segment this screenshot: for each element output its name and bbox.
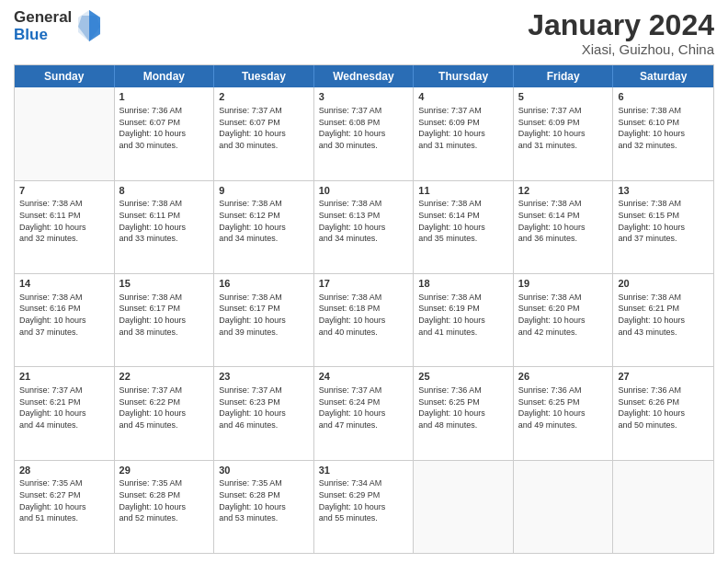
- day-info: Sunrise: 7:37 AM Sunset: 6:23 PM Dayligh…: [219, 385, 309, 431]
- day-info: Sunrise: 7:36 AM Sunset: 6:07 PM Dayligh…: [119, 105, 210, 151]
- day-number: 23: [219, 370, 309, 384]
- day-number: 13: [618, 184, 709, 198]
- calendar-cell-w4-d3: 23Sunrise: 7:37 AM Sunset: 6:23 PM Dayli…: [214, 367, 314, 459]
- day-info: Sunrise: 7:37 AM Sunset: 6:09 PM Dayligh…: [518, 105, 609, 151]
- title-block: January 2024 Xiasi, Guizhou, China: [528, 9, 714, 57]
- calendar-cell-w3-d2: 15Sunrise: 7:38 AM Sunset: 6:17 PM Dayli…: [115, 274, 215, 366]
- calendar-cell-w3-d5: 18Sunrise: 7:38 AM Sunset: 6:19 PM Dayli…: [414, 274, 514, 366]
- day-number: 1: [119, 90, 210, 104]
- calendar-cell-w4-d2: 22Sunrise: 7:37 AM Sunset: 6:22 PM Dayli…: [115, 367, 215, 459]
- calendar-cell-w4-d6: 26Sunrise: 7:36 AM Sunset: 6:25 PM Dayli…: [514, 367, 614, 459]
- calendar-week-1: 1Sunrise: 7:36 AM Sunset: 6:07 PM Daylig…: [15, 87, 713, 180]
- day-number: 16: [219, 277, 309, 291]
- day-info: Sunrise: 7:38 AM Sunset: 6:11 PM Dayligh…: [119, 198, 210, 244]
- day-number: 5: [518, 90, 609, 104]
- calendar-cell-w1-d7: 6Sunrise: 7:38 AM Sunset: 6:10 PM Daylig…: [613, 87, 713, 179]
- calendar-header-row: Sunday Monday Tuesday Wednesday Thursday…: [15, 65, 713, 87]
- day-number: 20: [618, 277, 709, 291]
- day-info: Sunrise: 7:37 AM Sunset: 6:07 PM Dayligh…: [219, 105, 309, 151]
- col-saturday: Saturday: [613, 65, 713, 87]
- calendar-cell-w1-d3: 2Sunrise: 7:37 AM Sunset: 6:07 PM Daylig…: [214, 87, 314, 179]
- calendar-cell-w2-d3: 9Sunrise: 7:38 AM Sunset: 6:12 PM Daylig…: [214, 181, 314, 273]
- calendar-cell-w2-d7: 13Sunrise: 7:38 AM Sunset: 6:15 PM Dayli…: [613, 181, 713, 273]
- calendar-cell-w4-d5: 25Sunrise: 7:36 AM Sunset: 6:25 PM Dayli…: [414, 367, 514, 459]
- day-info: Sunrise: 7:38 AM Sunset: 6:16 PM Dayligh…: [19, 292, 109, 338]
- day-info: Sunrise: 7:38 AM Sunset: 6:14 PM Dayligh…: [518, 198, 609, 244]
- day-number: 29: [119, 464, 210, 477]
- day-info: Sunrise: 7:38 AM Sunset: 6:20 PM Dayligh…: [518, 292, 609, 338]
- day-number: 22: [119, 370, 210, 384]
- calendar-week-2: 7Sunrise: 7:38 AM Sunset: 6:11 PM Daylig…: [15, 181, 713, 274]
- col-sunday: Sunday: [15, 65, 115, 87]
- day-info: Sunrise: 7:36 AM Sunset: 6:26 PM Dayligh…: [618, 385, 709, 431]
- day-number: 7: [19, 184, 109, 198]
- day-info: Sunrise: 7:35 AM Sunset: 6:28 PM Dayligh…: [219, 477, 309, 523]
- calendar-cell-w2-d2: 8Sunrise: 7:38 AM Sunset: 6:11 PM Daylig…: [115, 181, 215, 273]
- day-number: 21: [19, 370, 109, 384]
- col-tuesday: Tuesday: [214, 65, 314, 87]
- calendar-cell-w4-d4: 24Sunrise: 7:37 AM Sunset: 6:24 PM Dayli…: [314, 367, 415, 459]
- day-info: Sunrise: 7:37 AM Sunset: 6:22 PM Dayligh…: [119, 385, 210, 431]
- day-info: Sunrise: 7:38 AM Sunset: 6:19 PM Dayligh…: [418, 292, 508, 338]
- day-info: Sunrise: 7:38 AM Sunset: 6:18 PM Dayligh…: [319, 292, 409, 338]
- col-thursday: Thursday: [414, 65, 514, 87]
- calendar-cell-w1-d2: 1Sunrise: 7:36 AM Sunset: 6:07 PM Daylig…: [115, 87, 215, 179]
- day-info: Sunrise: 7:36 AM Sunset: 6:25 PM Dayligh…: [418, 385, 508, 431]
- calendar-cell-w2-d5: 11Sunrise: 7:38 AM Sunset: 6:14 PM Dayli…: [414, 181, 514, 273]
- calendar-cell-w5-d4: 31Sunrise: 7:34 AM Sunset: 6:29 PM Dayli…: [314, 461, 415, 553]
- day-number: 14: [19, 277, 109, 291]
- day-number: 2: [219, 90, 309, 104]
- calendar-cell-w3-d3: 16Sunrise: 7:38 AM Sunset: 6:17 PM Dayli…: [214, 274, 314, 366]
- calendar-cell-w5-d7: [613, 461, 713, 553]
- calendar-cell-w2-d6: 12Sunrise: 7:38 AM Sunset: 6:14 PM Dayli…: [514, 181, 614, 273]
- calendar-cell-w5-d6: [514, 461, 614, 553]
- calendar-title: January 2024: [528, 9, 714, 41]
- day-info: Sunrise: 7:35 AM Sunset: 6:27 PM Dayligh…: [19, 477, 109, 523]
- day-number: 28: [19, 464, 109, 477]
- calendar-grid: Sunday Monday Tuesday Wednesday Thursday…: [14, 64, 714, 554]
- calendar-cell-w1-d1: [15, 87, 115, 179]
- day-info: Sunrise: 7:37 AM Sunset: 6:08 PM Dayligh…: [319, 105, 409, 151]
- day-info: Sunrise: 7:37 AM Sunset: 6:09 PM Dayligh…: [418, 105, 508, 151]
- day-info: Sunrise: 7:38 AM Sunset: 6:21 PM Dayligh…: [618, 292, 709, 338]
- day-number: 30: [219, 464, 309, 477]
- logo-text-line2: Blue: [14, 27, 72, 44]
- col-friday: Friday: [514, 65, 614, 87]
- calendar-cell-w5-d1: 28Sunrise: 7:35 AM Sunset: 6:27 PM Dayli…: [15, 461, 115, 553]
- day-number: 3: [319, 90, 409, 104]
- day-number: 26: [518, 370, 609, 384]
- day-number: 12: [518, 184, 609, 198]
- day-number: 17: [319, 277, 409, 291]
- calendar-page: General Blue January 2024 Xiasi, Guizhou…: [0, 0, 728, 563]
- calendar-cell-w3-d1: 14Sunrise: 7:38 AM Sunset: 6:16 PM Dayli…: [15, 274, 115, 366]
- day-info: Sunrise: 7:34 AM Sunset: 6:29 PM Dayligh…: [319, 477, 409, 523]
- calendar-cell-w3-d6: 19Sunrise: 7:38 AM Sunset: 6:20 PM Dayli…: [514, 274, 614, 366]
- day-info: Sunrise: 7:36 AM Sunset: 6:25 PM Dayligh…: [518, 385, 609, 431]
- day-number: 27: [618, 370, 709, 384]
- logo-text-line1: General: [14, 9, 72, 27]
- day-number: 11: [418, 184, 508, 198]
- day-info: Sunrise: 7:38 AM Sunset: 6:14 PM Dayligh…: [418, 198, 508, 244]
- col-monday: Monday: [115, 65, 215, 87]
- day-info: Sunrise: 7:37 AM Sunset: 6:24 PM Dayligh…: [319, 385, 409, 431]
- day-number: 18: [418, 277, 508, 291]
- calendar-cell-w5-d2: 29Sunrise: 7:35 AM Sunset: 6:28 PM Dayli…: [115, 461, 215, 553]
- day-number: 4: [418, 90, 508, 104]
- calendar-cell-w5-d5: [414, 461, 514, 553]
- logo: General Blue: [14, 9, 104, 43]
- day-info: Sunrise: 7:38 AM Sunset: 6:12 PM Dayligh…: [219, 198, 309, 244]
- calendar-cell-w4-d7: 27Sunrise: 7:36 AM Sunset: 6:26 PM Dayli…: [613, 367, 713, 459]
- calendar-week-5: 28Sunrise: 7:35 AM Sunset: 6:27 PM Dayli…: [15, 461, 713, 553]
- day-number: 19: [518, 277, 609, 291]
- day-info: Sunrise: 7:38 AM Sunset: 6:10 PM Dayligh…: [618, 105, 709, 151]
- day-info: Sunrise: 7:38 AM Sunset: 6:11 PM Dayligh…: [19, 198, 109, 244]
- day-number: 25: [418, 370, 508, 384]
- day-info: Sunrise: 7:37 AM Sunset: 6:21 PM Dayligh…: [19, 385, 109, 431]
- day-number: 24: [319, 370, 409, 384]
- calendar-body: 1Sunrise: 7:36 AM Sunset: 6:07 PM Daylig…: [15, 87, 713, 553]
- calendar-cell-w1-d5: 4Sunrise: 7:37 AM Sunset: 6:09 PM Daylig…: [414, 87, 514, 179]
- calendar-cell-w1-d4: 3Sunrise: 7:37 AM Sunset: 6:08 PM Daylig…: [314, 87, 415, 179]
- calendar-cell-w2-d1: 7Sunrise: 7:38 AM Sunset: 6:11 PM Daylig…: [15, 181, 115, 273]
- calendar-cell-w1-d6: 5Sunrise: 7:37 AM Sunset: 6:09 PM Daylig…: [514, 87, 614, 179]
- calendar-cell-w4-d1: 21Sunrise: 7:37 AM Sunset: 6:21 PM Dayli…: [15, 367, 115, 459]
